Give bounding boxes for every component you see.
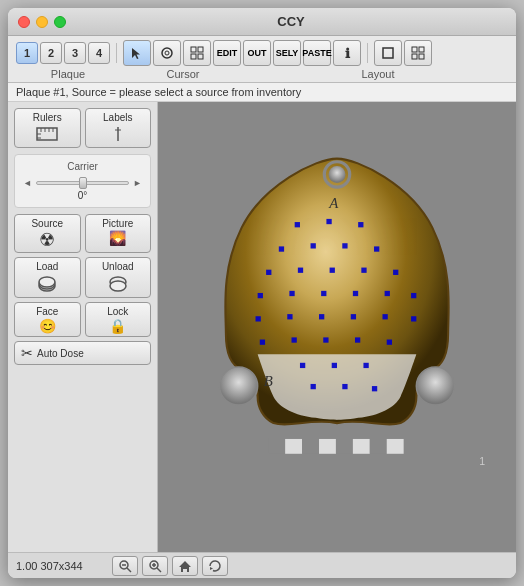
svg-rect-69 <box>285 439 302 454</box>
source-button[interactable]: Source ☢ <box>14 214 81 253</box>
svg-marker-84 <box>210 567 213 570</box>
svg-rect-4 <box>198 47 203 52</box>
rulers-label: Rulers <box>33 112 62 123</box>
layout-grid[interactable] <box>404 40 432 66</box>
home-button[interactable] <box>172 556 198 576</box>
svg-rect-52 <box>287 314 292 319</box>
svg-line-80 <box>157 568 161 572</box>
refresh-button[interactable] <box>202 556 228 576</box>
sely-tool[interactable]: SELY <box>273 40 301 66</box>
face-lock-row: Face 😊 Lock 🔒 <box>14 302 151 337</box>
grid-tool[interactable] <box>183 40 211 66</box>
carrier-value: 0° <box>19 190 146 201</box>
svg-rect-70 <box>302 439 319 454</box>
svg-rect-46 <box>289 291 294 296</box>
out-tool[interactable]: OUT <box>243 40 271 66</box>
maximize-button[interactable] <box>54 16 66 28</box>
carrier-right-arrow: ► <box>133 178 142 188</box>
svg-rect-44 <box>393 270 398 275</box>
svg-point-23 <box>39 277 55 287</box>
svg-marker-0 <box>132 48 140 59</box>
auto-dose-icon: ✂ <box>21 345 33 361</box>
source-icon: ☢ <box>39 231 55 249</box>
svg-rect-74 <box>370 439 387 454</box>
svg-rect-42 <box>330 268 335 273</box>
svg-rect-37 <box>311 243 316 248</box>
svg-point-1 <box>162 48 172 58</box>
svg-point-28 <box>329 166 346 183</box>
svg-rect-10 <box>412 54 417 59</box>
face-button[interactable]: Face 😊 <box>14 302 81 337</box>
svg-rect-49 <box>385 291 390 296</box>
face-label: Face <box>36 306 58 317</box>
lock-button[interactable]: Lock 🔒 <box>85 302 152 337</box>
status-bar-bottom: 1.00 307x344 <box>8 552 516 578</box>
layout-single[interactable] <box>374 40 402 66</box>
info-tool[interactable]: ℹ <box>333 40 361 66</box>
close-button[interactable] <box>18 16 30 28</box>
carrier-slider[interactable]: ◄ ► <box>19 176 146 190</box>
svg-rect-75 <box>387 439 404 454</box>
picture-label: Picture <box>102 218 133 229</box>
svg-point-29 <box>220 367 258 405</box>
paste-tool[interactable]: PASTE <box>303 40 331 66</box>
main-window: CCY 1 2 3 4 <box>8 8 516 578</box>
svg-rect-45 <box>258 293 263 298</box>
svg-rect-34 <box>326 219 331 224</box>
lock-icon: 🔒 <box>109 319 126 333</box>
picture-button[interactable]: Picture 🌄 <box>85 214 152 253</box>
rulers-labels-row: Rulers Labels <box>14 108 151 148</box>
svg-rect-54 <box>351 314 356 319</box>
labels-label: Labels <box>103 112 132 123</box>
tab-3[interactable]: 3 <box>64 42 86 64</box>
svg-rect-9 <box>419 47 424 52</box>
main-area: Rulers Labels <box>8 102 516 552</box>
svg-rect-40 <box>266 270 271 275</box>
tab-2[interactable]: 2 <box>40 42 62 64</box>
unload-button[interactable]: Unload <box>85 257 152 298</box>
carrier-left-arrow: ◄ <box>23 178 32 188</box>
svg-rect-55 <box>382 314 387 319</box>
tab-4[interactable]: 4 <box>88 42 110 64</box>
svg-rect-38 <box>342 243 347 248</box>
cursor-tool[interactable] <box>123 40 151 66</box>
svg-rect-7 <box>383 48 393 58</box>
tab-1[interactable]: 1 <box>16 42 38 64</box>
carrier-section: Carrier ◄ ► 0° <box>14 154 151 208</box>
source-label: Source <box>31 218 63 229</box>
minimize-button[interactable] <box>36 16 48 28</box>
zoom-out-button[interactable] <box>112 556 138 576</box>
load-button[interactable]: Load <box>14 257 81 298</box>
svg-rect-41 <box>298 268 303 273</box>
window-title: CCY <box>76 14 506 29</box>
svg-rect-50 <box>411 293 416 298</box>
traffic-lights <box>18 16 66 28</box>
svg-rect-8 <box>412 47 417 52</box>
lock-label: Lock <box>107 306 128 317</box>
svg-rect-61 <box>387 340 392 345</box>
zoom-value: 1.00 307x344 <box>16 560 96 572</box>
lasso-tool[interactable] <box>153 40 181 66</box>
svg-rect-57 <box>260 340 265 345</box>
toolbar: 1 2 3 4 EDIT OUT SELY <box>8 36 516 83</box>
svg-rect-63 <box>332 363 337 368</box>
rulers-button[interactable]: Rulers <box>14 108 81 148</box>
svg-rect-64 <box>363 363 368 368</box>
face-icon: 😊 <box>39 319 56 333</box>
svg-rect-6 <box>198 54 203 59</box>
svg-rect-39 <box>374 246 379 251</box>
svg-rect-59 <box>323 337 328 342</box>
cursor-label: Cursor <box>118 68 248 80</box>
svg-rect-68 <box>268 439 285 454</box>
load-unload-row: Load Unload <box>14 257 151 298</box>
svg-rect-72 <box>336 439 353 454</box>
auto-dose-button[interactable]: ✂ Auto Dose <box>14 341 151 365</box>
svg-point-2 <box>165 51 169 55</box>
edit-tool[interactable]: EDIT <box>213 40 241 66</box>
svg-rect-67 <box>372 386 377 391</box>
toolbar-row: 1 2 3 4 EDIT OUT SELY <box>16 40 508 66</box>
labels-button[interactable]: Labels <box>85 108 152 148</box>
zoom-in-button[interactable] <box>142 556 168 576</box>
svg-text:B: B <box>264 373 273 389</box>
svg-rect-62 <box>300 363 305 368</box>
